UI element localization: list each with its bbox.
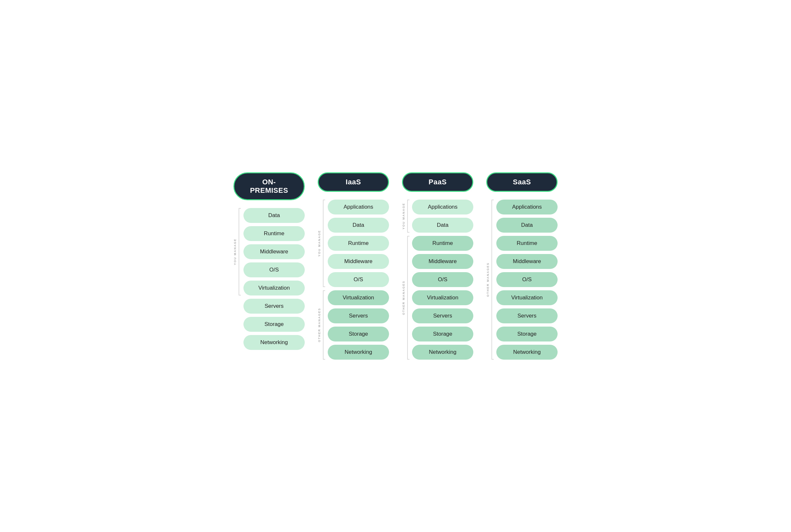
pill-servers: Servers [496,308,557,323]
pill-middleware: Middleware [496,254,557,269]
pill-data: Data [243,208,305,223]
header-on-premises: ON-PREMISES [234,172,305,200]
bracket-area-on-premises: YOU MANAGE [234,208,241,350]
pill-virtualization: Virtualization [412,290,473,305]
pill-networking: Networking [243,335,305,350]
bracket-svg-iaas-0 [322,200,326,287]
pill-virtualization: Virtualization [496,290,557,305]
pill-data: Data [496,218,557,233]
pill-applications: Applications [412,200,473,214]
pill-storage: Storage [243,317,305,332]
bracket-label-iaas-0: YOU MANAGE [318,230,321,256]
bracket-segment-saas-0: OTHER MANAGES [486,200,494,360]
header-paas: PaaS [402,172,473,192]
pill-virtualization: Virtualization [328,290,389,305]
bracket-svg-saas-0 [491,200,494,360]
bracket-segment-on-premises-0: YOU MANAGE [234,208,241,296]
bracket-segment-iaas-0: YOU MANAGE [318,200,326,287]
pills-area-saas: ApplicationsDataRuntimeMiddlewareO/SVirt… [496,200,557,360]
bracket-svg-paas-1 [406,236,410,360]
bracket-label-on-premises-0: YOU MANAGE [234,239,237,265]
pills-area-paas: ApplicationsDataRuntimeMiddlewareO/SVirt… [412,200,473,360]
bracket-segment-paas-0: YOU MANAGE [402,200,410,233]
pill-o-s: O/S [412,272,473,287]
bracket-area-saas: OTHER MANAGES [486,200,494,360]
pills-area-on-premises: DataRuntimeMiddlewareO/SVirtualizationSe… [243,208,305,350]
pill-applications: Applications [496,200,557,214]
diagram-container: ON-PREMISESYOU MANAGEDataRuntimeMiddlewa… [234,172,557,360]
pill-data: Data [412,218,473,233]
pill-applications: Applications [328,200,389,214]
header-iaas: IaaS [318,172,389,192]
pill-networking: Networking [412,345,473,360]
pill-middleware: Middleware [412,254,473,269]
section-gap-iaas-0 [318,287,326,290]
bracket-label-iaas-1: OTHER MANAGES [318,308,321,342]
bracket-svg-on-premises-0 [238,208,241,296]
pill-virtualization: Virtualization [243,281,305,296]
column-paas: PaaSYOU MANAGEOTHER MANAGESApplicationsD… [402,172,473,360]
body-on-premises: YOU MANAGEDataRuntimeMiddlewareO/SVirtua… [234,208,305,350]
pill-storage: Storage [496,327,557,341]
bracket-area-iaas: YOU MANAGEOTHER MANAGES [318,200,326,360]
bracket-label-paas-0: YOU MANAGE [402,203,405,229]
pill-o-s: O/S [243,262,305,277]
bracket-area-paas: YOU MANAGEOTHER MANAGES [402,200,410,360]
column-saas: SaaSOTHER MANAGESApplicationsDataRuntime… [486,172,557,360]
bracket-label-paas-1: OTHER MANAGES [402,281,405,315]
pill-storage: Storage [328,327,389,341]
bracket-segment-iaas-1: OTHER MANAGES [318,290,326,360]
pill-runtime: Runtime [243,226,305,241]
pills-area-iaas: ApplicationsDataRuntimeMiddlewareO/SVirt… [328,200,389,360]
pill-servers: Servers [328,308,389,323]
no-bracket-spacer-on-premises-1 [234,299,241,350]
pill-networking: Networking [496,345,557,360]
pill-runtime: Runtime [328,236,389,251]
pill-networking: Networking [328,345,389,360]
section-gap-paas-0 [402,233,410,236]
pill-middleware: Middleware [243,244,305,259]
column-on-premises: ON-PREMISESYOU MANAGEDataRuntimeMiddlewa… [234,172,305,350]
column-iaas: IaaSYOU MANAGEOTHER MANAGESApplicationsD… [318,172,389,360]
pill-data: Data [328,218,389,233]
pill-middleware: Middleware [328,254,389,269]
bracket-svg-paas-0 [406,200,410,233]
body-paas: YOU MANAGEOTHER MANAGESApplicationsDataR… [402,200,473,360]
pill-o-s: O/S [496,272,557,287]
bracket-label-saas-0: OTHER MANAGES [486,262,490,297]
section-gap-on-premises-0 [234,296,241,299]
body-iaas: YOU MANAGEOTHER MANAGESApplicationsDataR… [318,200,389,360]
pill-servers: Servers [243,299,305,314]
pill-servers: Servers [412,308,473,323]
pill-storage: Storage [412,327,473,341]
body-saas: OTHER MANAGESApplicationsDataRuntimeMidd… [486,200,557,360]
pill-runtime: Runtime [496,236,557,251]
bracket-svg-iaas-1 [322,290,326,360]
pill-o-s: O/S [328,272,389,287]
pill-runtime: Runtime [412,236,473,251]
bracket-segment-paas-1: OTHER MANAGES [402,236,410,360]
header-saas: SaaS [486,172,557,192]
